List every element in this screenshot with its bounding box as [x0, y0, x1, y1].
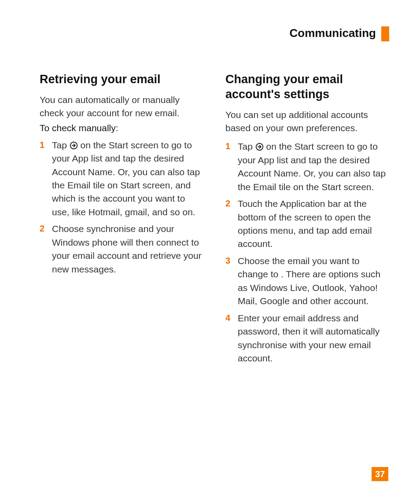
step-number: 1	[225, 140, 230, 153]
step-text-before: Tap	[238, 141, 255, 151]
right-steps: 1 Tap on the Start screen to go to your …	[225, 140, 389, 365]
arrow-circle-icon	[70, 140, 78, 148]
right-column: Changing your email account's settings Y…	[225, 72, 389, 368]
step-number: 1	[40, 139, 44, 151]
step-text: Choose synchronise and your Windows phon…	[52, 224, 202, 274]
list-item: 3 Choose the email you want to change to…	[225, 254, 389, 308]
content-columns: Retrieving your email You can automatica…	[40, 72, 389, 368]
page-header: Communicating	[40, 26, 389, 41]
step-number: 4	[225, 312, 230, 324]
step-text-after: on the Start screen to go to your App li…	[52, 140, 200, 217]
step-text-before: Tap	[52, 140, 70, 150]
page-number-badge: 37	[372, 467, 388, 481]
list-item: 4 Enter your email address and password,…	[225, 312, 389, 365]
list-item: 1 Tap on the Start screen to go to your …	[225, 140, 389, 194]
list-item: 2 Choose synchronise and your Windows ph…	[40, 222, 203, 276]
list-item: 1 Tap on the Start screen to go to your …	[40, 139, 203, 219]
right-heading: Changing your email account's settings	[225, 72, 389, 102]
step-text: Choose the email you want to change to .…	[238, 256, 380, 306]
manual-page: Communicating Retrieving your email You …	[0, 0, 420, 504]
step-number: 3	[225, 254, 230, 267]
left-heading: Retrieving your email	[40, 72, 203, 87]
left-intro: You can automatically or manually check …	[40, 93, 203, 120]
left-subhead: To check manually:	[40, 123, 203, 133]
section-title: Communicating	[290, 26, 376, 40]
list-item: 2 Touch the Application bar at the botto…	[225, 197, 389, 251]
header-accent-bar	[381, 26, 389, 41]
step-number: 2	[225, 197, 230, 210]
left-column: Retrieving your email You can automatica…	[40, 72, 203, 368]
step-text: Touch the Application bar at the bottom …	[238, 199, 372, 249]
left-steps: 1 Tap on the Start screen to go to your …	[40, 139, 203, 276]
step-number: 2	[40, 222, 44, 235]
arrow-circle-icon	[255, 141, 264, 150]
step-text: Enter your email address and password, t…	[238, 313, 379, 363]
right-intro: You can set up additional accounts based…	[225, 108, 389, 135]
